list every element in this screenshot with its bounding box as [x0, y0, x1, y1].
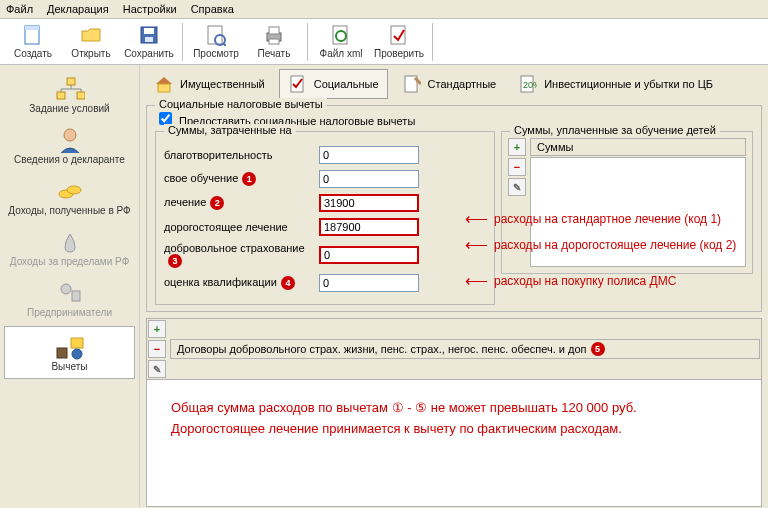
badge-4: 4 [281, 276, 295, 290]
tab-social[interactable]: Социальные [279, 69, 388, 99]
person-icon [54, 126, 86, 154]
row-treatment: лечение2 [164, 194, 486, 212]
print-button[interactable]: Печать [245, 21, 303, 63]
new-file-icon [22, 24, 44, 46]
arrow-icon: ⟵ [465, 209, 488, 228]
menu-file[interactable]: Файл [6, 3, 33, 15]
entrepreneur-icon [54, 279, 86, 307]
svg-point-19 [67, 186, 81, 194]
badge-2: 2 [210, 196, 224, 210]
sidebar-item-conditions[interactable]: Задание условий [0, 69, 139, 120]
svg-rect-9 [269, 27, 279, 34]
arrow-icon: ⟵ [465, 271, 488, 290]
content-area: Имущественный Социальные Стандартные 20%… [140, 65, 768, 507]
badge-3: 3 [168, 254, 182, 268]
svg-rect-4 [145, 37, 153, 42]
create-button[interactable]: Создать [4, 21, 62, 63]
expensive-treatment-input[interactable] [319, 218, 419, 236]
svg-rect-23 [71, 338, 83, 348]
sidebar-item-income-rf[interactable]: Доходы, полученные в РФ [0, 171, 139, 222]
charity-input[interactable] [319, 146, 419, 164]
toolbar-separator [432, 23, 433, 61]
badge-5: 5 [591, 342, 605, 356]
deductions-icon [54, 333, 86, 361]
open-folder-icon [80, 24, 102, 46]
qualification-input[interactable] [319, 274, 419, 292]
sidebar-item-label: Доходы за пределами РФ [10, 256, 129, 267]
menu-declaration[interactable]: Декларация [47, 3, 109, 15]
moneybag-icon [54, 228, 86, 256]
percent-doc-icon: 20% [518, 74, 538, 94]
svg-text:20%: 20% [523, 80, 537, 90]
svg-rect-21 [72, 291, 80, 301]
hierarchy-icon [54, 75, 86, 103]
note-expensive: Дорогостоящее лечение принимается к выче… [171, 421, 737, 436]
print-icon [263, 24, 285, 46]
tab-standard[interactable]: Стандартные [394, 70, 505, 98]
sidebar-item-label: Задание условий [29, 103, 109, 114]
remove-button[interactable]: − [508, 158, 526, 176]
save-button[interactable]: Сохранить [120, 21, 178, 63]
main-toolbar: Создать Открыть Сохранить Просмотр Печат… [0, 19, 768, 65]
annotation-insurance: ⟵ расходы на покупку полиса ДМС [465, 271, 676, 290]
svg-rect-15 [57, 92, 65, 99]
child-edu-column-header: Суммы [530, 138, 746, 156]
insurance-input[interactable] [319, 246, 419, 264]
document-check-icon [288, 74, 308, 94]
social-deductions-group: Социальные налоговые вычеты Предоставить… [146, 105, 762, 312]
row-charity: благотворительность [164, 146, 486, 164]
svg-point-17 [64, 129, 76, 141]
toolbar-separator [307, 23, 308, 61]
contracts-body: Общая сумма расходов по вычетам ① - ⑤ не… [147, 380, 761, 506]
edit-button[interactable]: ✎ [508, 178, 526, 196]
add-button[interactable]: + [508, 138, 526, 156]
treatment-input[interactable] [319, 194, 419, 212]
svg-rect-16 [77, 92, 85, 99]
open-button[interactable]: Открыть [62, 21, 120, 63]
remove-contract-button[interactable]: − [148, 340, 166, 358]
svg-rect-1 [25, 26, 39, 30]
check-button[interactable]: Проверить [370, 21, 428, 63]
svg-point-24 [72, 349, 82, 359]
menu-bar: Файл Декларация Настройки Справка [0, 0, 768, 19]
svg-rect-14 [67, 78, 75, 85]
annotation-expensive: ⟵ расходы на дорогостоящее лечение (код … [465, 235, 736, 254]
add-contract-button[interactable]: + [148, 320, 166, 338]
sidebar-item-label: Предприниматели [27, 307, 112, 318]
menu-settings[interactable]: Настройки [123, 3, 177, 15]
svg-rect-3 [144, 28, 154, 34]
left-sidebar: Задание условий Сведения о декларанте До… [0, 65, 140, 507]
tab-property[interactable]: Имущественный [146, 70, 273, 98]
tab-investment[interactable]: 20% Инвестиционные и убытки по ЦБ [510, 70, 721, 98]
own-education-input[interactable] [319, 170, 419, 188]
edit-contract-button[interactable]: ✎ [148, 360, 166, 378]
amounts-spent-group: Суммы, затраченные на благотворительност… [155, 131, 495, 305]
preview-button[interactable]: Просмотр [187, 21, 245, 63]
svg-rect-10 [269, 39, 279, 44]
subgroup-title: Суммы, затраченные на [164, 124, 296, 136]
svg-rect-22 [57, 348, 67, 358]
badge-1: 1 [242, 172, 256, 186]
file-xml-button[interactable]: Файл xml [312, 21, 370, 63]
group-title: Социальные налоговые вычеты [155, 98, 327, 110]
svg-point-20 [61, 284, 71, 294]
document-pencil-icon [402, 74, 422, 94]
xml-file-icon [330, 24, 352, 46]
toolbar-separator [182, 23, 183, 61]
annotation-treatment: ⟵ расходы на стандартное лечение (код 1) [465, 209, 721, 228]
contracts-panel: + − ✎ Договоры добровольного страх. жизн… [146, 318, 762, 507]
contracts-header: Договоры добровольного страх. жизни, пен… [170, 339, 760, 359]
row-expensive-treatment: дорогостоящее лечение [164, 218, 486, 236]
note-limit: Общая сумма расходов по вычетам ① - ⑤ не… [171, 400, 737, 415]
sidebar-item-income-abroad: Доходы за пределами РФ [0, 222, 139, 273]
row-insurance: добровольное страхование3 [164, 242, 486, 268]
sidebar-item-declarant[interactable]: Сведения о декларанте [0, 120, 139, 171]
svg-rect-25 [158, 84, 170, 92]
sidebar-item-label: Вычеты [51, 361, 87, 372]
menu-help[interactable]: Справка [191, 3, 234, 15]
contracts-toolbar: + − ✎ [148, 320, 166, 378]
sidebar-item-label: Сведения о декларанте [14, 154, 125, 165]
sidebar-item-deductions[interactable]: Вычеты [4, 326, 135, 379]
row-qualification: оценка квалификации4 [164, 274, 486, 292]
svg-line-7 [223, 43, 226, 46]
